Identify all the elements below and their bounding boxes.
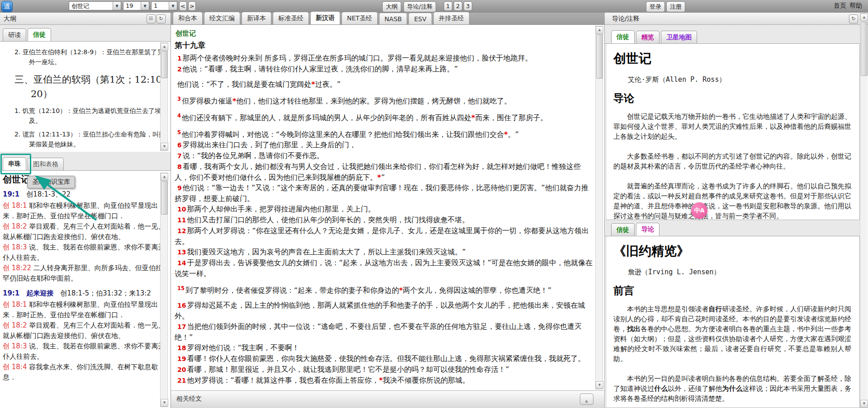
- verse-number[interactable]: 10: [177, 206, 187, 213]
- notes-tab[interactable]: 卫星地图: [661, 31, 697, 43]
- prev-chapter-button[interactable]: <: [179, 1, 187, 11]
- verse-number[interactable]: 18: [177, 344, 187, 352]
- scroll-up-icon[interactable]: ▲: [161, 43, 168, 51]
- footnote-asterisk[interactable]: *: [399, 286, 403, 295]
- verse-select[interactable]: 1 ▼: [151, 1, 177, 10]
- scroll-thumb[interactable]: [161, 181, 168, 215]
- crossref-scrollbar[interactable]: ▲ ▼: [160, 173, 168, 407]
- outline-item[interactable]: 2. 谎言（12:11-13）：亚伯兰担心生命有危险，叫撒莱假装是他妹妹。: [5, 129, 166, 149]
- verse-number[interactable]: 12: [177, 227, 187, 234]
- xref-verse-label[interactable]: 创 18:22: [3, 264, 31, 272]
- pane-button-1[interactable]: 1: [444, 1, 452, 11]
- next-chapter-button[interactable]: >: [188, 1, 196, 11]
- verse-number[interactable]: 19: [177, 355, 187, 362]
- verse-number[interactable]: 2: [177, 66, 183, 73]
- xref-verse-label[interactable]: 创 18:2: [3, 222, 27, 230]
- scroll-up-icon[interactable]: ▲: [596, 26, 603, 34]
- version-tab[interactable]: 和合本: [173, 12, 203, 24]
- app-logo[interactable]: 道: [1, 1, 13, 12]
- xref-verse-label[interactable]: 创 18:4: [3, 363, 27, 371]
- version-tab[interactable]: 标准圣经: [273, 12, 309, 24]
- version-tab[interactable]: NASB: [379, 13, 408, 24]
- scroll-down-icon[interactable]: ▼: [161, 143, 168, 150]
- scroll-thumb[interactable]: [596, 34, 603, 79]
- verse-number[interactable]: 14: [177, 259, 187, 267]
- verse-number[interactable]: 13: [177, 249, 187, 256]
- outline-tab[interactable]: 研读: [3, 28, 26, 41]
- language-float-button[interactable]: 中A: [691, 202, 707, 219]
- xref-reference[interactable]: 19:1 起来迎接: [3, 289, 53, 297]
- scroll-down-icon[interactable]: ▼: [860, 400, 868, 408]
- scroll-up-icon[interactable]: ▲: [161, 173, 168, 181]
- verse-number[interactable]: 7: [177, 152, 183, 159]
- outline-scrollbar[interactable]: ▲ ▼: [160, 42, 168, 151]
- version-tab[interactable]: 新汉语: [310, 11, 340, 24]
- scroll-up-icon[interactable]: ▲: [860, 14, 868, 21]
- verse-number[interactable]: 21: [177, 377, 187, 384]
- notes-tab[interactable]: 信徒: [611, 30, 635, 43]
- footnote-asterisk[interactable]: *: [379, 376, 383, 385]
- scroll-thumb[interactable]: [861, 22, 868, 76]
- scroll-thumb[interactable]: [161, 51, 168, 78]
- xref-verse-label[interactable]: 创 18:2: [3, 321, 27, 329]
- verse-number[interactable]: 5: [177, 129, 182, 136]
- xref-verse-label[interactable]: 创 18:3: [3, 243, 27, 251]
- home-link[interactable]: 首页: [834, 2, 846, 10]
- xref-verse-label[interactable]: 创 18:3: [3, 342, 27, 350]
- pane-button-3[interactable]: 3: [464, 1, 472, 11]
- scroll-down-icon[interactable]: ▼: [161, 399, 168, 407]
- chapter-select[interactable]: 19 ▼: [123, 1, 149, 10]
- article-paragraph: 本书的另一目的是叫读者明白新约各卷的信息结构。若要全面了解圣经，除了知道神说过什…: [613, 374, 851, 403]
- version-tab[interactable]: 新译本: [242, 12, 271, 24]
- verse-number[interactable]: 6: [177, 141, 183, 149]
- xref-reference[interactable]: 19:1: [3, 190, 19, 198]
- verse-number[interactable]: 8: [177, 163, 183, 170]
- version-tab[interactable]: NET圣经: [342, 12, 378, 24]
- chevron-down-icon[interactable]: ▼: [169, 2, 177, 10]
- pane-button-2[interactable]: 2: [454, 1, 462, 11]
- version-tab[interactable]: 并排圣经: [433, 12, 470, 24]
- verse-number[interactable]: 17: [177, 323, 187, 330]
- verse-number[interactable]: 4: [177, 113, 182, 119]
- verse-number[interactable]: 11: [177, 216, 187, 224]
- outline-tab[interactable]: 信徒: [28, 28, 51, 41]
- related-verses-bar[interactable]: 相关经文 «: [171, 390, 605, 408]
- version-tab[interactable]: 经文汇编: [204, 12, 240, 24]
- footnote-asterisk[interactable]: *: [232, 97, 236, 105]
- notes-tab[interactable]: 精览: [636, 31, 659, 43]
- version-tab[interactable]: ESV: [408, 13, 432, 24]
- book-select[interactable]: 创世记 ▼: [69, 1, 121, 10]
- verse-number[interactable]: 9: [177, 184, 183, 192]
- collapse-icon[interactable]: «: [580, 394, 593, 405]
- verse-number[interactable]: 3: [177, 96, 182, 102]
- verse-number[interactable]: 1: [177, 55, 183, 62]
- chevron-down-icon[interactable]: ▼: [141, 2, 149, 10]
- bible-scrollbar[interactable]: ▲ ▼: [595, 26, 603, 389]
- footnote-asterisk[interactable]: *: [311, 80, 315, 89]
- help-link[interactable]: 帮助: [849, 2, 862, 10]
- outline-item[interactable]: 1. 饥荒（12:10）：亚伯兰为逃避饥荒亚伯兰去了埃及。: [5, 106, 166, 126]
- outline-list-icon[interactable]: [147, 14, 156, 23]
- footnote-asterisk[interactable]: *: [377, 173, 381, 182]
- footnote-asterisk[interactable]: *: [471, 113, 475, 122]
- chevron-down-icon[interactable]: ▼: [113, 2, 121, 10]
- xref-verse-label[interactable]: 创 18:1: [3, 202, 27, 210]
- login-button[interactable]: 登录: [646, 1, 665, 12]
- outline-view-button[interactable]: 大纲: [382, 1, 401, 12]
- scroll-down-icon[interactable]: ▼: [596, 381, 603, 389]
- outline-item[interactable]: 2. 亚伯兰在伯特利（12:8-9）：亚伯兰在那里筑了另外一座坛。: [5, 47, 166, 67]
- notes-refresh-icon[interactable]: ↻: [849, 14, 858, 23]
- crossref-tab[interactable]: 串珠: [3, 157, 26, 170]
- verse-number[interactable]: 20: [177, 366, 187, 373]
- notes-scrollbar[interactable]: ▲ ▼: [860, 13, 868, 408]
- xref-verse-label[interactable]: 创 18:1: [3, 300, 27, 309]
- notes2-tab[interactable]: 信徒: [611, 223, 635, 236]
- footnote-asterisk[interactable]: *: [504, 130, 508, 139]
- register-button[interactable]: 注册: [666, 1, 685, 12]
- outline-refresh-icon[interactable]: ↻: [157, 14, 166, 23]
- verse-number[interactable]: 15: [177, 285, 185, 291]
- crossref-tab[interactable]: 图和表格: [28, 158, 64, 170]
- verse-number[interactable]: 16: [177, 302, 187, 309]
- notes2-tab[interactable]: 导论: [636, 223, 659, 236]
- notes-view-button[interactable]: 导论/注释: [403, 1, 436, 12]
